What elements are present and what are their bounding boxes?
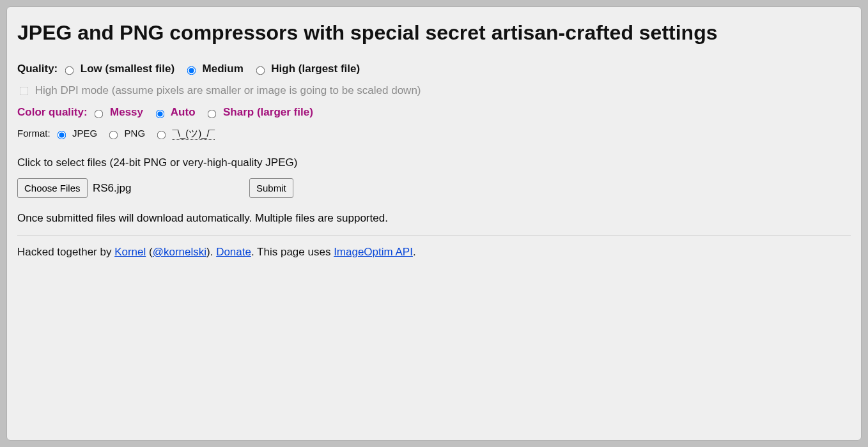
submit-button[interactable]: Submit [249, 178, 293, 198]
color-quality-row: Color quality: Messy Auto Sharp (larger … [17, 106, 851, 119]
choose-files-button[interactable]: Choose Files [17, 178, 88, 198]
hidpi-checkbox[interactable] [20, 87, 29, 96]
color-sharp-option[interactable]: Sharp (larger file) [205, 106, 313, 118]
quality-low-radio[interactable] [65, 66, 74, 75]
color-auto-option[interactable]: Auto [153, 106, 199, 118]
format-jpeg-radio[interactable] [58, 131, 66, 140]
color-quality-label: Color quality: [17, 106, 88, 118]
quality-high-radio[interactable] [256, 66, 265, 75]
footer-post-donate: . This page uses [251, 246, 334, 258]
format-png-radio[interactable] [109, 131, 118, 140]
quality-medium-radio[interactable] [187, 66, 196, 75]
color-sharp-radio[interactable] [208, 109, 217, 118]
footer-end: . [413, 246, 416, 258]
quality-row: Quality: Low (smallest file) Medium High… [17, 63, 851, 75]
color-messy-label: Messy [110, 106, 143, 118]
donate-link[interactable]: Donate [216, 246, 251, 258]
quality-high-option[interactable]: High (largest file) [253, 63, 360, 75]
format-label: Format: [17, 128, 50, 139]
color-messy-option[interactable]: Messy [91, 106, 146, 118]
file-instructions: Click to select files (24-bit PNG or ver… [17, 156, 851, 169]
format-png-option[interactable]: PNG [106, 128, 148, 139]
footer-pre: Hacked together by [17, 246, 114, 258]
page-frame: JPEG and PNG compressors with special se… [6, 6, 862, 441]
quality-medium-option[interactable]: Medium [184, 63, 247, 75]
quality-label: Quality: [17, 63, 58, 75]
color-messy-radio[interactable] [95, 109, 104, 118]
api-link[interactable]: ImageOptim API [334, 246, 413, 258]
format-png-label: PNG [125, 128, 146, 139]
handle-link[interactable]: @kornelski [153, 246, 206, 258]
file-row: Choose Files RS6.jpg Submit [17, 178, 851, 198]
format-jpeg-label: JPEG [72, 128, 97, 139]
format-shrug-radio[interactable] [157, 131, 166, 140]
separator [17, 235, 851, 236]
quality-low-label: Low (smallest file) [81, 63, 174, 75]
quality-medium-label: Medium [203, 63, 244, 75]
hidpi-row: High DPI mode (assume pixels are smaller… [17, 84, 851, 97]
footer-paren-open: ( [146, 246, 152, 258]
author-link[interactable]: Kornel [114, 246, 146, 258]
page-title: JPEG and PNG compressors with special se… [17, 21, 851, 45]
quality-low-option[interactable]: Low (smallest file) [62, 63, 178, 75]
selected-file-name: RS6.jpg [93, 182, 131, 194]
footer-paren-close: ). [206, 246, 216, 258]
format-shrug-label: ¯\_(ツ)_/¯ [172, 128, 215, 140]
color-auto-radio[interactable] [155, 109, 164, 118]
after-note: Once submitted files will download autom… [17, 212, 851, 225]
hidpi-label: High DPI mode (assume pixels are smaller… [35, 84, 421, 96]
format-shrug-option[interactable]: ¯\_(ツ)_/¯ [154, 128, 215, 139]
color-auto-label: Auto [171, 106, 196, 118]
color-sharp-label: Sharp (larger file) [223, 106, 313, 118]
quality-high-label: High (largest file) [271, 63, 360, 75]
footer: Hacked together by Kornel (@kornelski). … [17, 246, 851, 259]
hidpi-option[interactable]: High DPI mode (assume pixels are smaller… [17, 84, 421, 96]
format-row: Format: JPEG PNG ¯\_(ツ)_/¯ [17, 128, 851, 140]
format-jpeg-option[interactable]: JPEG [54, 128, 100, 139]
